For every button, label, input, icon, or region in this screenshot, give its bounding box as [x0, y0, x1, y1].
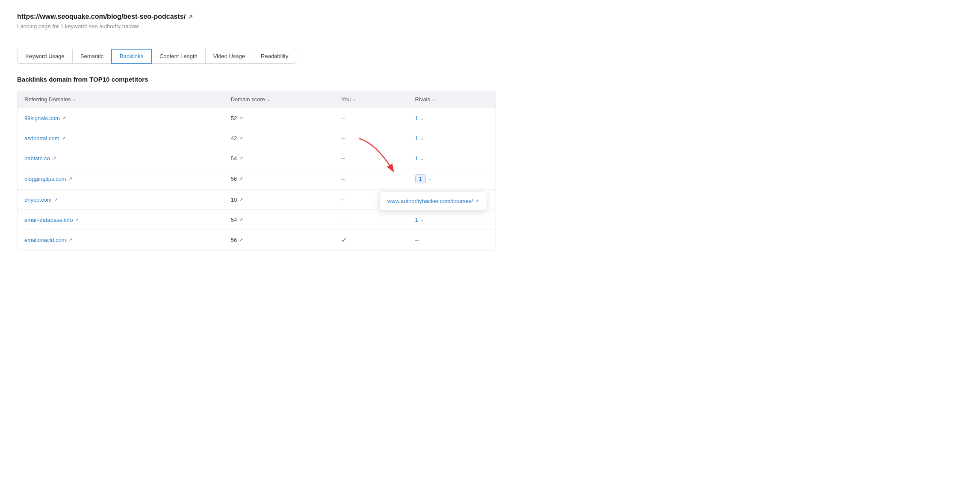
cell-you: – [341, 216, 415, 224]
table-row: bloggingtips.com ↗ 56 ↗ – 1 ⌄ [18, 168, 496, 190]
score-link-icon[interactable]: ↗ [239, 197, 243, 203]
external-link-icon[interactable]: ↗ [62, 115, 66, 121]
cell-score: 54 ↗ [231, 155, 342, 162]
table-row: babiato.co ↗ 54 ↗ – 1 ⌄ [18, 148, 496, 168]
checkmark-icon: ✓ [341, 236, 347, 244]
domain-link[interactable]: dnyoo.com [24, 197, 52, 203]
cell-domain: bloggingtips.com ↗ [24, 176, 231, 182]
backlinks-table: Referring Domains ≡ Domain score ≡ You ≡… [17, 91, 496, 250]
tooltip-external-icon[interactable]: ↗ [475, 198, 479, 204]
cell-rivals: 1 ⌄ [415, 155, 489, 162]
cell-you: – [341, 154, 415, 162]
external-link-icon[interactable]: ↗ [62, 135, 65, 141]
chevron-icon[interactable]: ⌄ [428, 177, 431, 181]
cell-domain: 99signals.com ↗ [24, 115, 231, 121]
cell-rivals: 1 ⌄ [415, 217, 489, 223]
chevron-icon[interactable]: ⌄ [420, 218, 424, 222]
tooltip-popup: www.authorityhacker.com/courses/ ↗ [379, 191, 487, 211]
table-row: asriportal.com ↗ 42 ↗ – 1 ⌄ [18, 128, 496, 148]
page-subtitle: Landing page for 1 keyword: seo authorit… [17, 23, 496, 29]
score-link-icon[interactable]: ↗ [239, 237, 243, 243]
cell-you: – [341, 134, 415, 142]
domain-link[interactable]: babiato.co [24, 155, 50, 162]
header-you: You ≡ [341, 96, 415, 103]
tab-backlinks[interactable]: Backlinks [111, 49, 152, 64]
cell-rivals: 1 ⌄ [415, 174, 489, 183]
cell-you: – [341, 114, 415, 122]
tab-semantic[interactable]: Semantic [72, 49, 112, 64]
cell-domain: dnyoo.com ↗ [24, 197, 231, 203]
cell-you: – [341, 175, 415, 183]
header-domain-score: Domain score ≡ [231, 96, 342, 103]
sort-icon-domain-score[interactable]: ≡ [267, 97, 270, 102]
cell-score: 52 ↗ [231, 115, 342, 121]
chevron-icon[interactable]: ⌄ [420, 156, 424, 161]
score-link-icon[interactable]: ↗ [239, 156, 243, 161]
score-link-icon[interactable]: ↗ [239, 217, 243, 223]
tabs-bar: Keyword Usage Semantic Backlinks Content… [17, 49, 496, 64]
cell-domain: email-database.info ↗ [24, 217, 231, 223]
cell-score: 54 ↗ [231, 217, 342, 223]
external-link-icon[interactable]: ↗ [68, 237, 72, 243]
external-link-icon[interactable]: ↗ [75, 217, 79, 223]
domain-link[interactable]: bloggingtips.com [24, 176, 66, 182]
table-row: emailonacid.com ↗ 56 ↗ ✓ – [18, 230, 496, 250]
cell-domain: emailonacid.com ↗ [24, 237, 231, 243]
sort-icon-rivals[interactable]: ≡ [432, 97, 435, 102]
cell-you: ✓ [341, 236, 415, 244]
cell-rivals: 1 ⌄ [415, 135, 489, 141]
cell-score: 56 ↗ [231, 176, 342, 182]
chevron-icon[interactable]: ⌄ [420, 116, 424, 121]
section-title: Backlinks domain from TOP10 competitors [17, 76, 496, 83]
domain-link[interactable]: email-database.info [24, 217, 73, 223]
cell-score: 56 ↗ [231, 237, 342, 243]
tab-keyword-usage[interactable]: Keyword Usage [17, 49, 73, 64]
divider [17, 40, 496, 40]
tooltip-link[interactable]: www.authorityhacker.com/courses/ ↗ [387, 198, 479, 204]
chevron-icon[interactable]: ⌄ [420, 136, 424, 141]
table-row: email-database.info ↗ 54 ↗ – 1 ⌄ [18, 210, 496, 230]
score-link-icon[interactable]: ↗ [239, 176, 243, 182]
sort-icon-domains[interactable]: ≡ [73, 97, 75, 102]
domain-link[interactable]: asriportal.com [24, 135, 59, 141]
header-rivals: Rivals ≡ [415, 96, 489, 103]
score-link-icon[interactable]: ↗ [239, 115, 243, 121]
sort-icon-you[interactable]: ≡ [353, 97, 355, 102]
table-row: 99signals.com ↗ 52 ↗ – 1 ⌄ [18, 108, 496, 128]
table-header: Referring Domains ≡ Domain score ≡ You ≡… [18, 91, 496, 108]
external-link-icon[interactable]: ↗ [68, 176, 72, 182]
page-url: https://www.seoquake.com/blog/best-seo-p… [17, 13, 496, 21]
tab-readability[interactable]: Readability [253, 49, 296, 64]
score-link-icon[interactable]: ↗ [239, 135, 243, 141]
tab-content-length[interactable]: Content Length [151, 49, 206, 64]
external-link-icon[interactable]: ↗ [54, 197, 58, 203]
cell-rivals: – [415, 236, 489, 244]
cell-domain: asriportal.com ↗ [24, 135, 231, 141]
url-text: https://www.seoquake.com/blog/best-seo-p… [17, 13, 186, 21]
domain-link[interactable]: 99signals.com [24, 115, 60, 121]
header-referring-domains: Referring Domains ≡ [24, 96, 231, 103]
cell-rivals: 1 ⌄ [415, 115, 489, 121]
cell-score: 10 ↗ [231, 197, 342, 203]
cell-domain: babiato.co ↗ [24, 155, 231, 162]
domain-link[interactable]: emailonacid.com [24, 237, 66, 243]
cell-score: 42 ↗ [231, 135, 342, 141]
external-link-icon[interactable]: ↗ [52, 156, 56, 161]
url-external-icon[interactable]: ↗ [188, 14, 193, 20]
tab-video-usage[interactable]: Video Usage [205, 49, 253, 64]
